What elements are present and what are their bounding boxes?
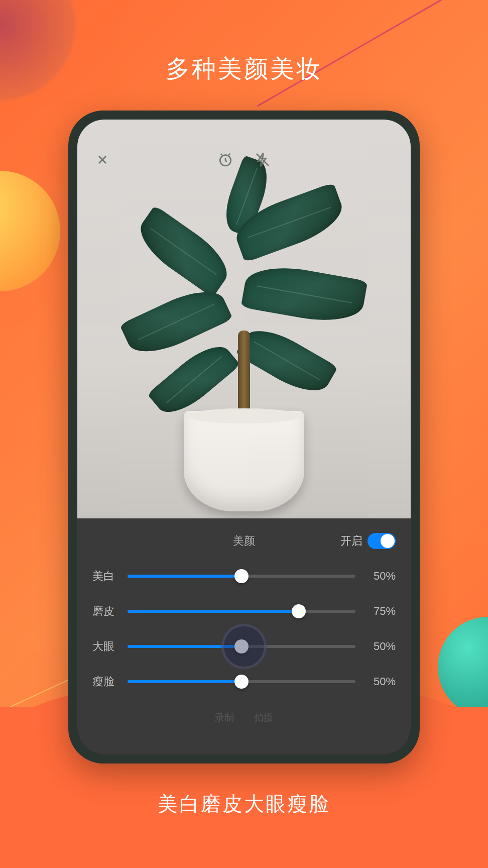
decorative-circle xyxy=(0,0,75,100)
timer-icon xyxy=(217,152,233,168)
slider-value: 50% xyxy=(365,675,396,688)
mode-labels: 录制 拍摄 xyxy=(215,711,273,724)
slider-value: 75% xyxy=(365,605,396,618)
flash-button[interactable] xyxy=(252,149,274,171)
controls-title: 美颜 xyxy=(233,533,255,549)
slider-value: 50% xyxy=(365,570,396,583)
slider-label: 瘦脸 xyxy=(92,674,117,689)
beauty-controls-panel: 录制 拍摄 美颜 开启 美白 50% 磨皮 xyxy=(77,518,411,754)
timer-button[interactable] xyxy=(214,149,236,171)
mode-capture: 拍摄 xyxy=(254,711,273,724)
slider-track[interactable] xyxy=(128,680,355,683)
phone-mockup: 录制 拍摄 美颜 开启 美白 50% 磨皮 xyxy=(68,111,420,764)
slider-label: 美白 xyxy=(92,569,117,584)
phone-screen: 录制 拍摄 美颜 开启 美白 50% 磨皮 xyxy=(77,120,411,754)
slider-smooth: 磨皮 75% xyxy=(92,604,396,619)
slider-track[interactable] xyxy=(128,610,355,613)
flash-off-icon xyxy=(255,152,271,168)
close-button[interactable] xyxy=(92,150,112,170)
slider-slimface: 瘦脸 50% xyxy=(92,674,396,689)
camera-topbar xyxy=(77,145,411,175)
decorative-circle xyxy=(438,617,488,717)
slider-whiten: 美白 50% xyxy=(92,569,396,584)
slider-label: 磨皮 xyxy=(92,604,117,619)
page-title: 多种美颜美妆 xyxy=(0,53,488,85)
preview-image xyxy=(144,170,344,521)
page-subtitle: 美白磨皮大眼瘦脸 xyxy=(0,790,488,818)
beauty-toggle[interactable] xyxy=(368,533,396,549)
mode-record: 录制 xyxy=(215,711,234,724)
beauty-toggle-label: 开启 xyxy=(340,533,362,549)
slider-track[interactable] xyxy=(128,575,355,578)
slider-value: 50% xyxy=(365,640,396,653)
decorative-circle xyxy=(0,171,60,291)
camera-preview xyxy=(77,120,411,521)
slider-label: 大眼 xyxy=(92,639,117,654)
shutter-button-ghost xyxy=(221,624,267,669)
close-icon xyxy=(95,153,109,167)
